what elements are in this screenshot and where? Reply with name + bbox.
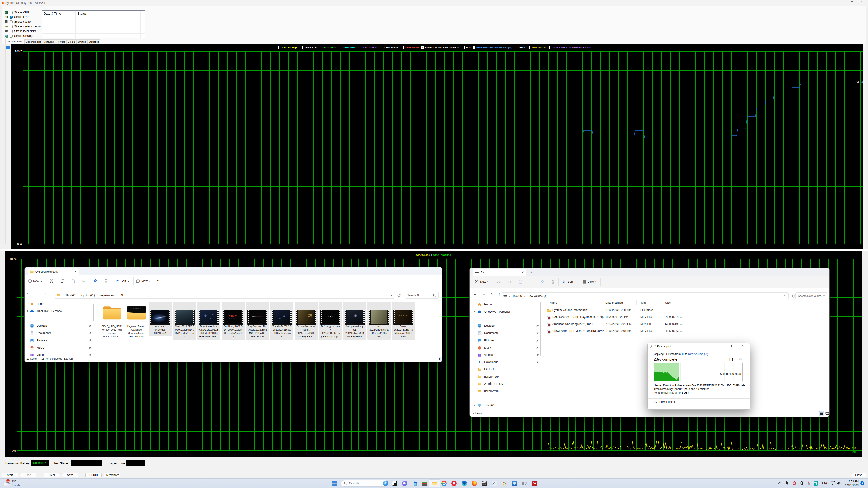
svg-text:321: 321: [483, 484, 486, 485]
svg-text:84: 84: [860, 80, 863, 84]
svg-text:0%: 0%: [852, 450, 856, 453]
svg-text:Speed: 499 MB/s: Speed: 499 MB/s: [720, 372, 741, 376]
svg-text:2%: 2%: [852, 447, 856, 450]
svg-text:%: %: [5, 16, 7, 18]
svg-text:84: 84: [855, 80, 859, 84]
